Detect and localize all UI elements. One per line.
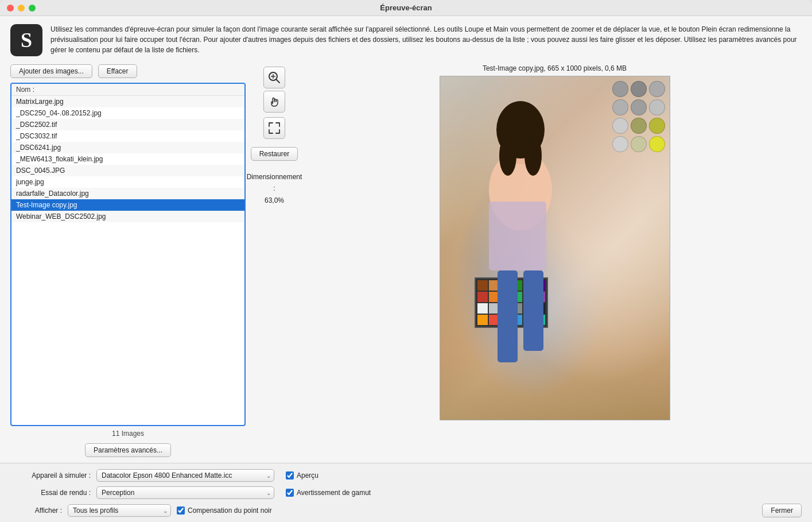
device-select-wrapper: Datacolor Epson 4800 Enhanced Matte.icc …	[96, 469, 274, 482]
image-count: 11 Images	[10, 426, 246, 440]
left-panel: Ajouter des images... Effacer Nom : Matr…	[10, 64, 246, 457]
blackpoint-checkbox-group[interactable]: Compensation du point noir	[177, 506, 272, 515]
center-tools: Restaurer Dimensionnement : 63,0%	[246, 64, 303, 457]
color-circle	[612, 118, 628, 134]
svg-point-9	[499, 136, 516, 176]
app-icon: S	[10, 24, 42, 56]
svg-line-3	[277, 80, 280, 83]
file-list-item[interactable]: _MEW6413_flokati_klein.jpg	[11, 153, 244, 165]
info-description: Utilisez les commandes d'épreuve-écran p…	[50, 24, 802, 55]
gamut-checkbox-group[interactable]: Avertissement de gamut	[286, 489, 371, 497]
render-row: Essai de rendu : Perception ⌄ Avertissem…	[10, 486, 802, 499]
file-list[interactable]: Nom : MatrixLarge.jpg_DSC250_04-.08.2015…	[10, 83, 246, 426]
file-list-item[interactable]: Test-Image copy.jpg	[11, 199, 244, 211]
bottom-controls: Appareil à simuler : Datacolor Epson 480…	[0, 463, 812, 522]
color-circle	[631, 118, 647, 134]
close-button[interactable]: Fermer	[762, 504, 802, 517]
blackpoint-checkbox[interactable]	[177, 506, 185, 515]
color-circle	[649, 136, 665, 152]
hand-tool-button[interactable]	[263, 91, 285, 113]
title-bar: Épreuve-écran	[0, 0, 812, 16]
render-select-wrapper: Perception ⌄	[96, 486, 274, 499]
render-label: Essai de rendu :	[10, 489, 91, 497]
color-circle	[649, 81, 665, 97]
blackpoint-label: Compensation du point noir	[188, 506, 272, 515]
color-circle	[631, 81, 647, 97]
color-circle	[612, 99, 628, 115]
svg-rect-11	[489, 202, 546, 270]
image-info-label: Test-Image copy.jpg, 665 x 1000 pixels, …	[483, 64, 627, 72]
restore-button[interactable]: Restaurer	[251, 147, 298, 161]
color-circle	[649, 99, 665, 115]
show-select[interactable]: Tous les profils	[68, 504, 171, 517]
fullscreen-window-dot[interactable]	[29, 5, 36, 11]
render-select[interactable]: Perception	[96, 486, 274, 499]
show-select-wrapper: Tous les profils ⌄	[68, 504, 171, 517]
color-circle	[631, 99, 647, 115]
dimension-section: Dimensionnement : 63,0%	[246, 171, 303, 206]
color-circle	[631, 136, 647, 152]
device-label: Appareil à simuler :	[10, 471, 91, 480]
device-select[interactable]: Datacolor Epson 4800 Enhanced Matte.icc	[96, 469, 274, 482]
file-list-item[interactable]: MatrixLarge.jpg	[11, 96, 244, 107]
advanced-btn-row: Paramètres avancés...	[10, 443, 246, 457]
show-label: Afficher :	[10, 506, 62, 515]
window-controls	[7, 5, 36, 11]
minimize-window-dot[interactable]	[18, 5, 25, 11]
top-info-section: S Utilisez les commandes d'épreuve-écran…	[10, 24, 802, 56]
advanced-button[interactable]: Paramètres avancés...	[85, 443, 171, 457]
window-title: Épreuve-écran	[380, 3, 432, 12]
color-circle	[612, 136, 628, 152]
preview-label: Aperçu	[297, 471, 318, 480]
file-list-item[interactable]: _DSC250_04-.08.20152.jpg	[11, 107, 244, 119]
fullscreen-tool-button[interactable]	[263, 117, 285, 139]
preview-checkbox[interactable]	[286, 471, 294, 480]
svg-rect-12	[498, 270, 518, 362]
file-list-item[interactable]: _DSC3032.tif	[11, 130, 244, 142]
zoom-tool-button[interactable]	[263, 67, 285, 88]
color-circle	[612, 81, 628, 97]
add-images-button[interactable]: Ajouter des images...	[10, 64, 92, 78]
svg-point-10	[525, 136, 542, 176]
device-row: Appareil à simuler : Datacolor Epson 480…	[10, 469, 802, 482]
show-row: Afficher : Tous les profils ⌄ Compensati…	[10, 504, 802, 517]
svg-rect-13	[523, 270, 543, 351]
svg-text:S: S	[21, 29, 32, 52]
color-circles-grid	[612, 81, 665, 152]
delete-button[interactable]: Effacer	[98, 64, 137, 78]
dimension-label: Dimensionnement :	[246, 171, 303, 195]
file-list-item[interactable]: Webinar_WEB_DSC2502.jpg	[11, 211, 244, 222]
color-circle	[649, 118, 665, 134]
file-list-item[interactable]: junge.jpg	[11, 176, 244, 188]
file-list-item[interactable]: _DSC6241.jpg	[11, 142, 244, 153]
gamut-label: Avertissement de gamut	[297, 489, 371, 497]
gamut-checkbox[interactable]	[286, 489, 294, 497]
file-list-item[interactable]: radarfalle_Datacolor.jpg	[11, 188, 244, 199]
file-list-item[interactable]: _DSC2502.tif	[11, 119, 244, 130]
dimension-value: 63,0%	[246, 195, 303, 206]
right-panel: Test-Image copy.jpg, 665 x 1000 pixels, …	[303, 64, 802, 457]
figure-illustration	[457, 87, 584, 420]
file-list-item[interactable]: DSC_0045.JPG	[11, 165, 244, 176]
top-buttons-row: Ajouter des images... Effacer	[10, 64, 246, 78]
file-list-header: Nom :	[11, 84, 244, 96]
preview-image	[440, 76, 670, 420]
close-window-dot[interactable]	[7, 5, 14, 11]
preview-checkbox-group[interactable]: Aperçu	[286, 471, 318, 480]
